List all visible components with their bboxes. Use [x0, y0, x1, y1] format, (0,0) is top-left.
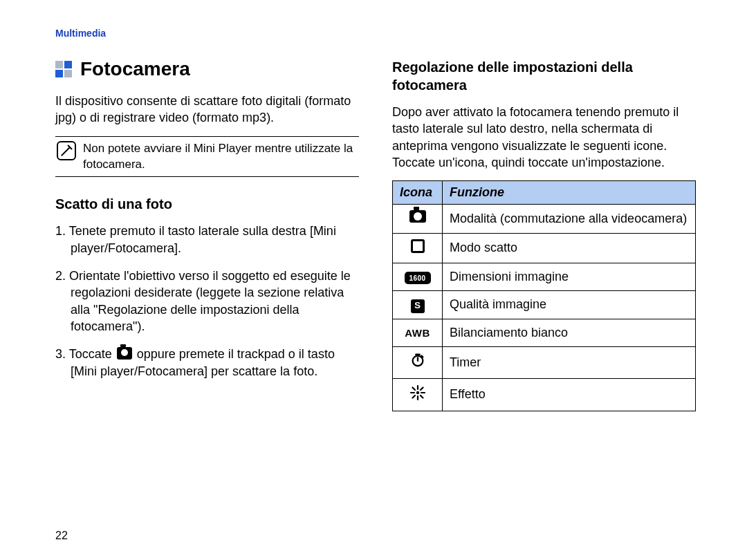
intro-paragraph: Il dispositivo consente di scattare foto…: [55, 93, 359, 127]
func-cell: Effetto: [443, 378, 696, 411]
table-row: S Qualità immagine: [393, 291, 696, 319]
svg-line-7: [412, 395, 415, 398]
icon-cell: 1600: [393, 263, 443, 290]
svg-line-5: [412, 387, 415, 390]
note-icon: [57, 141, 76, 160]
icon-cell: S: [393, 291, 443, 319]
page-number: 22: [55, 530, 68, 542]
right-intro: Dopo aver attivato la fotocamera tenendo…: [392, 104, 696, 171]
func-cell: Timer: [443, 347, 696, 378]
title-row: Fotocamera: [55, 58, 359, 80]
camera-icon: [117, 347, 132, 360]
page: Multimedia Fotocamera Il dispositivo con…: [0, 0, 747, 560]
two-column-layout: Fotocamera Il dispositivo consente di sc…: [55, 58, 696, 411]
effect-icon: [409, 384, 426, 401]
icon-cell: [393, 347, 443, 378]
page-title: Fotocamera: [80, 58, 190, 80]
white-balance-icon: AWB: [405, 326, 430, 340]
grid-bullet-icon: [55, 61, 72, 77]
table-row: Modo scatto: [393, 233, 696, 263]
table-row: Effetto: [393, 378, 696, 411]
svg-line-6: [421, 395, 423, 398]
svg-line-8: [421, 387, 423, 390]
icon-cell: [393, 233, 443, 263]
subheading-regolazione: Regolazione delle impostazioni della fot…: [392, 58, 696, 94]
table-header-row: Icona Funzione: [393, 181, 696, 205]
step-3-prefix: 3. Toccate: [55, 347, 116, 361]
step-3: 3. Toccate oppure premete il trackpad o …: [55, 346, 359, 380]
step-1: 1. Tenete premuto il tasto laterale sull…: [55, 223, 359, 256]
shot-mode-icon: [411, 239, 425, 253]
steps-list: 1. Tenete premuto il tasto laterale sull…: [55, 223, 359, 379]
col-header-icona: Icona: [393, 181, 443, 205]
quality-icon: S: [411, 299, 425, 313]
left-column: Fotocamera Il dispositivo consente di sc…: [55, 58, 359, 411]
step-2: 2. Orientate l'obiettivo verso il sogget…: [55, 268, 359, 335]
timer-icon: [410, 353, 425, 368]
note-text: Non potete avviare il Mini Player mentre…: [83, 141, 358, 173]
section-header: Multimedia: [55, 28, 696, 39]
resolution-icon: 1600: [405, 272, 431, 284]
func-cell: Qualità immagine: [443, 291, 696, 319]
icon-cell: AWB: [393, 319, 443, 346]
note-box: Non potete avviare il Mini Player mentre…: [55, 136, 359, 178]
table-row: Timer: [393, 347, 696, 378]
icon-function-table: Icona Funzione Modalità (commutazione al…: [392, 180, 696, 411]
svg-point-9: [416, 391, 418, 393]
subheading-scatto: Scatto di una foto: [55, 195, 359, 213]
icon-cell: [393, 205, 443, 233]
table-row: AWB Bilanciamento bianco: [393, 319, 696, 346]
func-cell: Dimensioni immagine: [443, 263, 696, 290]
icon-cell: [393, 378, 443, 411]
func-cell: Modo scatto: [443, 233, 696, 263]
table-row: 1600 Dimensioni immagine: [393, 263, 696, 290]
right-column: Regolazione delle impostazioni della fot…: [392, 58, 696, 411]
col-header-funzione: Funzione: [443, 181, 696, 205]
func-cell: Modalità (commutazione alla videocamera): [443, 205, 696, 233]
camera-mode-icon: [409, 210, 426, 223]
table-row: Modalità (commutazione alla videocamera): [393, 205, 696, 233]
func-cell: Bilanciamento bianco: [443, 319, 696, 346]
